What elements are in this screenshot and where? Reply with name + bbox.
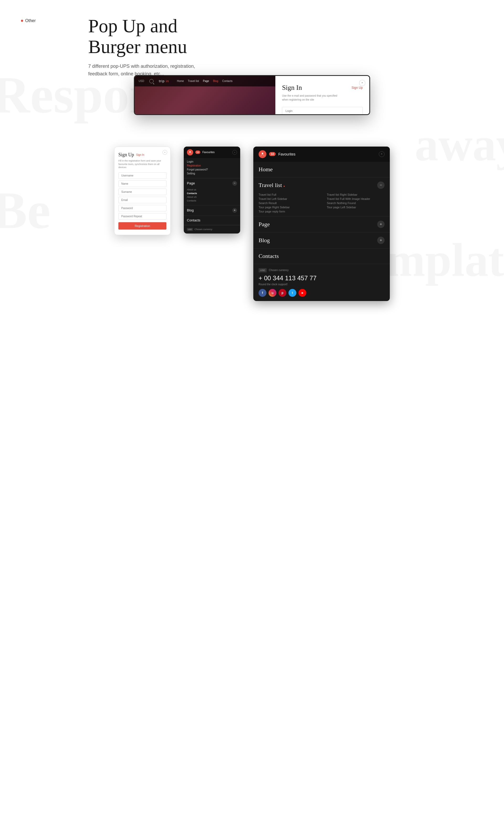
burger-aboutus-link[interactable]: About us: [187, 188, 237, 191]
travel-right-link[interactable]: Travel list Right Sidebar: [327, 193, 385, 196]
tour-right-link[interactable]: Tour page Right Sidebar: [259, 206, 316, 209]
nav-logo: trip in: [159, 79, 169, 83]
burger-page-title: Page: [187, 181, 195, 185]
burger-large-blog-header[interactable]: Blog +: [253, 232, 390, 248]
burger-large-contacts-header[interactable]: Contacts: [253, 248, 390, 264]
burger-large-blog: Blog +: [253, 232, 390, 248]
password-signup-input[interactable]: [118, 205, 166, 211]
burger-large-home-header[interactable]: Home: [253, 162, 390, 177]
mockup-inner: USD trip in Home Travel list Page Blog C…: [135, 76, 369, 115]
nav-travellist[interactable]: Travel list: [188, 80, 199, 82]
burger-large-page: Page +: [253, 216, 390, 232]
username-input[interactable]: [118, 172, 166, 179]
burger-nav-page: Page − About us Contacts About uS Contac…: [184, 178, 240, 205]
name-input[interactable]: [118, 180, 166, 187]
burger-page-header[interactable]: Page −: [184, 178, 240, 188]
burger-nav-blog: Blog +: [184, 205, 240, 216]
search-nothing-link[interactable]: Search Nothing Found: [327, 201, 385, 205]
twitter-social-icon[interactable]: t: [288, 289, 296, 297]
signin-panel: × Sign In Sign Up Use the e-mail and pas…: [275, 76, 369, 115]
burger-large-travellist-header[interactable]: Travel list ● −: [253, 177, 390, 193]
other-label: Other: [21, 18, 36, 23]
mockup-hero: USD trip in Home Travel list Page Blog C…: [135, 76, 275, 115]
mobile-mockups-row: × Sign Up Sign In Fill in the registrati…: [114, 147, 390, 301]
signup-title: Sign Up: [118, 152, 134, 158]
burger-small-nav: Page − About us Contacts About uS Contac…: [184, 178, 240, 225]
burger-large-avatar: [259, 150, 266, 158]
email-input[interactable]: [118, 197, 166, 203]
burger-large-close-button[interactable]: ×: [379, 151, 385, 157]
burger-small-auth-links: Login Registration Forgot password? Sett…: [184, 158, 240, 178]
burger-large-page-title: Page: [259, 221, 270, 228]
signin-close-button[interactable]: ×: [359, 80, 365, 86]
burger-aboutus2-link[interactable]: About uS: [187, 196, 237, 198]
burger-large-currency-row: USD Chosen currency: [259, 268, 385, 272]
signup-close-button[interactable]: ×: [162, 150, 167, 155]
burger-login-link[interactable]: Login: [187, 160, 237, 163]
signin-description: Use the e-mail and password that you spe…: [282, 94, 363, 102]
burger-page-subitems: About us Contacts About uS Contacts: [184, 188, 240, 205]
burger-blog-toggle[interactable]: +: [232, 208, 237, 213]
travel-image-link[interactable]: Travel list Full With Image Header: [327, 197, 385, 200]
mockup-nav: USD trip in Home Travel list Page Blog C…: [135, 76, 275, 86]
signup-title-row: Sign Up Sign In: [118, 152, 166, 158]
chosen-currency-small: Chosen currency: [195, 228, 212, 231]
instagram-social-icon[interactable]: ig: [269, 289, 276, 297]
burger-large-travellist-subitems: Travel list Full Travel list Right Sideb…: [253, 193, 390, 216]
burger-small-footer: USD Chosen currency: [184, 225, 240, 233]
signup-signin-link[interactable]: Sign In: [136, 153, 144, 156]
login-input[interactable]: [282, 107, 363, 115]
burger-large-home: Home: [253, 162, 390, 177]
surname-input[interactable]: [118, 189, 166, 195]
burger-small-close[interactable]: ×: [232, 150, 237, 155]
burger-contacts-bold-link[interactable]: Contacts: [187, 192, 237, 195]
travel-left-link[interactable]: Travel list Left Sidebar: [259, 197, 316, 200]
facebook-social-icon[interactable]: f: [259, 289, 266, 297]
burger-contacts2-link[interactable]: Contacts: [187, 199, 237, 202]
phone-number-large: + 00 344 113 457 77: [259, 274, 385, 282]
burger-blog-header[interactable]: Blog +: [184, 205, 240, 215]
nav-page[interactable]: Page: [203, 80, 209, 82]
burger-contacts-header[interactable]: Contacts: [184, 216, 240, 225]
support-text: Round the clock support!: [259, 283, 385, 286]
content-overlay: USD trip in Home Travel list Page Blog C…: [0, 65, 504, 301]
burger-large-page-header[interactable]: Page +: [253, 216, 390, 232]
search-icon[interactable]: [149, 79, 154, 83]
currency-badge-small: USD: [187, 228, 193, 231]
currency-badge-large: USD: [259, 268, 267, 272]
burger-large-contacts-title: Contacts: [259, 253, 279, 259]
burger-small-header: 14 Favourites ×: [184, 147, 240, 158]
pinterest-social-icon[interactable]: p: [279, 289, 286, 297]
search-result-link[interactable]: Search Result: [259, 201, 316, 205]
signin-title-row: Sign In Sign Up: [282, 84, 363, 92]
youtube-social-icon[interactable]: ▶: [298, 289, 306, 297]
registration-button[interactable]: Registration: [118, 222, 166, 229]
burger-registration-link[interactable]: Registration: [187, 164, 237, 167]
tour-left-link[interactable]: Tour page Left Sidebar: [327, 206, 385, 209]
burger-large-travellist: Travel list ● − Travel list Full Travel …: [253, 177, 390, 216]
svg-point-13: [190, 151, 191, 152]
burger-small-currency: USD Chosen currency: [187, 228, 237, 231]
page-title: Pop Up andBurger menu: [88, 16, 195, 57]
burger-page-toggle[interactable]: −: [232, 181, 237, 186]
signin-signup-link[interactable]: Sign Up: [351, 86, 363, 90]
burger-large-travellist-toggle[interactable]: −: [377, 181, 385, 189]
burger-large-blog-toggle[interactable]: +: [377, 237, 385, 244]
burger-large-home-title: Home: [259, 166, 273, 173]
nav-home[interactable]: Home: [177, 80, 184, 82]
social-large-row: f ig p t ▶: [259, 289, 385, 297]
burger-large-page-toggle[interactable]: +: [377, 221, 385, 228]
burger-small-favs: Favourites: [202, 151, 215, 154]
signup-popup-mobile: × Sign Up Sign In Fill in the registrati…: [114, 147, 171, 235]
burger-large-favs: Favourites: [278, 152, 295, 156]
nav-blog[interactable]: Blog: [213, 80, 218, 82]
tour-reply-link[interactable]: Tour page reply form: [259, 210, 316, 213]
travel-full-link[interactable]: Travel list Full: [259, 193, 316, 196]
burger-forgot-link[interactable]: Forgot password?: [187, 168, 237, 171]
password-repeat-input[interactable]: [118, 213, 166, 219]
burger-setting-link[interactable]: Setting: [187, 172, 237, 175]
burger-blog-title: Blog: [187, 208, 194, 212]
burger-large-footer: USD Chosen currency + 00 344 113 457 77 …: [253, 264, 390, 301]
burger-menu-large: 14 Favourites × Home Travel list ● −: [253, 147, 390, 301]
nav-contacts[interactable]: Contacts: [222, 80, 232, 82]
